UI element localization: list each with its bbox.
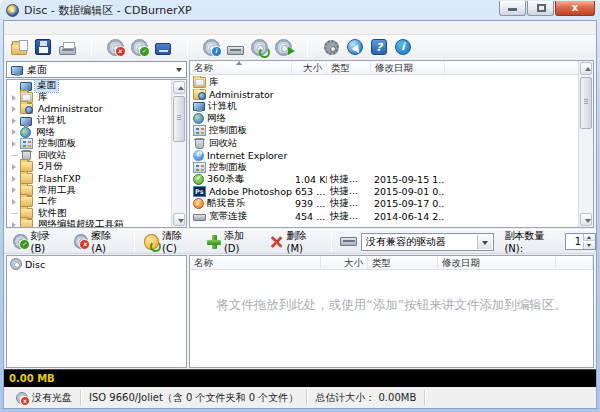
clear-button[interactable]: 清除(C)	[139, 231, 201, 253]
tree-expander[interactable]	[10, 92, 20, 104]
column-header-type[interactable]: 类型	[327, 61, 371, 74]
scroll-up-button[interactable]	[173, 81, 185, 94]
tree-item[interactable]: 计算机	[7, 115, 186, 127]
tree-expander[interactable]	[10, 150, 20, 162]
toolbar-button[interactable]	[79, 36, 103, 59]
tree-expander[interactable]	[10, 115, 20, 127]
tree-item-icon	[20, 138, 33, 149]
format-info-text: ISO 9660/Joliet（含 0 个文件夹和 0 个文件）	[89, 391, 298, 405]
drive-combobox[interactable]: 没有兼容的驱动器	[361, 233, 494, 251]
burn-disc-icon	[13, 234, 28, 249]
tree-expander[interactable]	[10, 138, 20, 150]
tree-item[interactable]: FlashFXP	[7, 173, 186, 185]
eject-drive-button[interactable]	[223, 36, 247, 59]
toolbar-button[interactable]	[175, 36, 199, 59]
file-row[interactable]: 计算机	[190, 100, 578, 112]
file-row[interactable]: 网络	[190, 113, 578, 125]
tree-expander[interactable]	[10, 173, 20, 185]
add-button[interactable]: 添加(D)	[201, 231, 264, 253]
file-browser: 桌面 桌面 库	[4, 59, 596, 229]
column-header-date[interactable]: 修改日期	[438, 256, 556, 269]
burn-button[interactable]: 刻录(B)	[8, 231, 69, 253]
scroll-thumb[interactable]	[580, 77, 592, 129]
tree-item[interactable]: 回收站	[7, 150, 186, 162]
print-button[interactable]	[55, 36, 79, 59]
copies-stepper[interactable]: 1	[565, 233, 596, 250]
tree-expander[interactable]	[10, 219, 20, 228]
erase-button[interactable]: 擦除(A)	[69, 231, 130, 253]
maximize-button[interactable]	[527, 1, 554, 16]
location-combobox[interactable]: 桌面	[6, 61, 187, 78]
file-row[interactable]: Adobe Photoshop... 653 ... 快捷... 2015-09…	[190, 186, 578, 198]
tree-item-label: Administrator	[36, 103, 105, 114]
scroll-down-button[interactable]	[580, 213, 592, 226]
tree-expander[interactable]	[10, 161, 20, 173]
about-button[interactable]	[391, 36, 415, 59]
file-row[interactable]: Administrator	[190, 88, 578, 100]
compilation-root-item[interactable]: Disc	[7, 256, 186, 270]
tree-item[interactable]: 工作	[7, 196, 186, 208]
tree-expander[interactable]	[10, 184, 20, 196]
column-header-date[interactable]: 修改日期	[371, 61, 445, 74]
tree-item[interactable]: 软件图	[7, 208, 186, 220]
tree-item[interactable]: Administrator	[7, 103, 186, 115]
file-list-scrollbar[interactable]	[578, 61, 593, 227]
tree-expander[interactable]	[10, 208, 20, 220]
website-button[interactable]	[343, 36, 367, 59]
erase-disc-button[interactable]	[103, 36, 127, 59]
drive-icon	[340, 237, 357, 246]
settings-button[interactable]	[319, 36, 343, 59]
file-row[interactable]: 控制面板	[190, 161, 578, 173]
tree-expander[interactable]	[10, 196, 20, 208]
scroll-up-button[interactable]	[580, 62, 592, 75]
refresh-disc-button[interactable]	[247, 36, 271, 59]
help-button[interactable]	[367, 36, 391, 59]
stepper-up-button[interactable]	[583, 234, 595, 241]
stepper-down-button[interactable]	[583, 242, 595, 249]
chevron-down-icon[interactable]	[477, 235, 492, 249]
file-row[interactable]: Internet Explorer	[190, 149, 578, 161]
file-row[interactable]: 宽带连接 454 ... 快捷... 2014-06-14 2...	[190, 210, 578, 222]
file-row[interactable]: 酷我音乐 939 ... 快捷... 2015-09-17 0...	[190, 198, 578, 210]
tree-expander[interactable]	[10, 103, 20, 115]
tree-item[interactable]: 常用工具	[7, 184, 186, 196]
file-row[interactable]: 360杀毒 1.04 KB 快捷... 2015-09-15 1...	[190, 174, 578, 186]
tree-item[interactable]: 控制面板	[7, 138, 186, 150]
disc-info-button[interactable]	[199, 36, 223, 59]
file-row[interactable]: 库	[190, 76, 578, 88]
tree-item[interactable]: 5月份	[7, 161, 186, 173]
tree-expander[interactable]	[10, 126, 20, 138]
close-button[interactable]: x	[555, 1, 595, 16]
file-icon	[193, 102, 205, 111]
tree-item[interactable]: 桌面	[7, 80, 186, 92]
tree-expander[interactable]	[10, 80, 20, 92]
column-header-type[interactable]: 类型	[368, 256, 438, 269]
tree-scrollbar[interactable]	[171, 80, 186, 227]
scroll-thumb[interactable]	[173, 96, 185, 142]
tree-item[interactable]: 网络编辑超级工具箱	[7, 219, 186, 228]
maximize-icon	[537, 4, 546, 12]
finalize-disc-button[interactable]	[127, 36, 151, 59]
burn-disc-button[interactable]	[271, 36, 295, 59]
remove-button[interactable]: 删除(M)	[263, 231, 327, 253]
column-header-name[interactable]: 名称	[190, 256, 321, 269]
tree-item[interactable]: 库	[7, 92, 186, 104]
file-row[interactable]: 回收站	[190, 137, 578, 149]
column-header-size[interactable]: 大小	[321, 256, 368, 269]
toolbar-icon	[251, 39, 268, 56]
save-button[interactable]	[31, 36, 55, 59]
column-header-size[interactable]: 大小	[292, 61, 327, 74]
file-icon	[193, 150, 204, 161]
scroll-down-button[interactable]	[173, 213, 185, 226]
toolbar-icon	[275, 39, 292, 56]
column-header-filler	[556, 256, 593, 269]
minimize-button[interactable]	[499, 1, 526, 16]
tree-item-icon	[20, 219, 33, 228]
drive-combo-value: 没有兼容的驱动器	[366, 235, 446, 249]
tree-item[interactable]: 网络	[7, 126, 186, 138]
new-compilation-button[interactable]	[7, 36, 31, 59]
toolbar-button[interactable]	[295, 36, 319, 59]
copies-label: 副本数量(N):	[504, 229, 561, 254]
file-row[interactable]: 控制面板	[190, 125, 578, 137]
data-disc-button[interactable]	[151, 36, 175, 59]
